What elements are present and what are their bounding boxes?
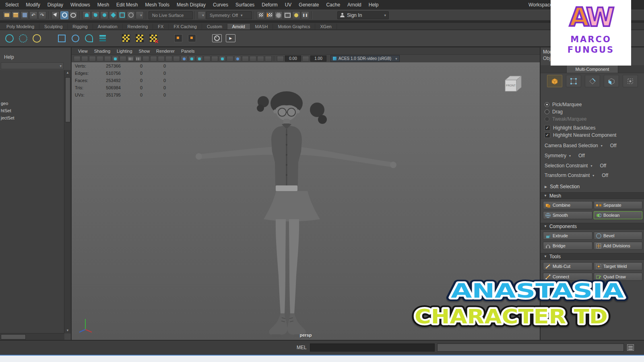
shelf-tab-mash[interactable]: MASH — [250, 24, 273, 29]
soft-selection-expander[interactable]: ▶ Soft Selection — [545, 183, 580, 190]
render-settings-icon[interactable] — [275, 11, 283, 19]
redo-icon[interactable]: ↷ — [38, 11, 46, 19]
shaded-mode-icon[interactable] — [188, 56, 195, 62]
scrollbar-thumb[interactable] — [1, 334, 26, 339]
arnold-area-light-icon[interactable] — [17, 32, 29, 44]
menu-uv[interactable]: UV — [281, 0, 295, 10]
symmetry-dropdown[interactable]: Symmetry: Off▾ — [206, 11, 252, 19]
snap-point-icon[interactable] — [100, 11, 108, 19]
arnold-skydome-light-icon[interactable] — [3, 32, 15, 44]
radio-pick-marquee[interactable]: Pick/Marquee — [545, 101, 582, 108]
no-live-surface-field[interactable]: No Live Surface — [149, 11, 193, 19]
menu-display[interactable]: Display — [44, 0, 67, 10]
film-gate-icon[interactable] — [135, 56, 142, 62]
shelf-tab-motion-graphics[interactable]: Motion Graphics — [273, 24, 315, 29]
menu-generate[interactable]: Generate — [295, 0, 322, 10]
shelf-tab-custom[interactable]: Custom — [202, 24, 227, 29]
exposure-toggle-icon[interactable] — [277, 56, 284, 62]
smooth-button[interactable]: Smooth — [543, 211, 592, 219]
arnold-render-view-icon[interactable] — [211, 32, 223, 44]
screen-space-ao-icon[interactable] — [219, 56, 226, 62]
symmetry-dropdown-row[interactable]: Symmetry ▾ Off — [545, 152, 585, 159]
outliner-item-objectset[interactable]: jectSet — [0, 114, 64, 121]
arnold-sequence-render-icon[interactable]: ▶ — [225, 32, 237, 44]
motion-blur-icon[interactable] — [227, 56, 233, 62]
arnold-stop-render-icon[interactable] — [147, 32, 159, 44]
menu-modify[interactable]: Modify — [22, 0, 43, 10]
pause-viewport-icon[interactable]: ❚❚ — [301, 11, 309, 19]
arnold-aov-browser-icon[interactable] — [97, 32, 109, 44]
menu-edit-mesh[interactable]: Edit Mesh — [113, 0, 141, 10]
use-all-lights-icon[interactable] — [204, 56, 211, 62]
gate-mask-icon[interactable] — [150, 56, 157, 62]
shelf-tab-poly-modeling[interactable]: Poly Modeling — [2, 24, 39, 29]
arnold-volume-icon[interactable] — [69, 32, 81, 44]
shadows-icon[interactable] — [211, 56, 218, 62]
object-mode-icon[interactable] — [547, 75, 562, 87]
sign-in-dropdown[interactable]: Sign In ▾ — [337, 11, 389, 19]
resolution-gate-icon[interactable] — [142, 56, 149, 62]
symmetry-options-icon[interactable]: ▾ — [198, 11, 206, 19]
menu-cache[interactable]: Cache — [322, 0, 344, 10]
selection-constraint-dropdown[interactable]: Selection Constraint ▾ Off — [545, 162, 606, 169]
arnold-standin-icon[interactable] — [56, 32, 68, 44]
mel-label[interactable]: MEL — [297, 345, 307, 350]
outliner-horizontal-scrollbar[interactable] — [0, 333, 64, 340]
section-header-mesh[interactable]: ▼ Mesh — [541, 192, 644, 199]
menu-mesh-tools[interactable]: Mesh Tools — [141, 0, 173, 10]
bridge-button[interactable]: Bridge — [543, 242, 592, 250]
panel-menu-renderer[interactable]: Renderer — [153, 49, 178, 53]
undo-icon[interactable]: ↶ — [29, 11, 37, 19]
scrollbar-thumb[interactable] — [65, 77, 70, 122]
safe-title-icon[interactable] — [173, 56, 180, 62]
menu-mesh-display[interactable]: Mesh Display — [173, 0, 209, 10]
script-editor-icon[interactable] — [627, 344, 634, 351]
tab-multi-component[interactable]: Multi-Component — [566, 65, 619, 73]
render-icon[interactable] — [257, 11, 265, 19]
shelf-tab-animation[interactable]: Animation — [93, 24, 123, 29]
menu-windows[interactable]: Windows — [67, 0, 94, 10]
ipr-render-icon[interactable] — [266, 11, 274, 19]
outliner-vertical-scrollbar[interactable]: ▲ ▼ — [64, 70, 71, 333]
isolate-select-icon[interactable] — [250, 56, 256, 62]
arnold-shader-icon[interactable] — [186, 32, 198, 44]
panel-menu-view[interactable]: View — [75, 49, 91, 53]
lasso-tool-icon[interactable] — [69, 11, 77, 19]
menu-arnold[interactable]: Arnold — [344, 0, 365, 10]
menu-curves[interactable]: Curves — [209, 0, 232, 10]
shelf-tab-fx-caching[interactable]: FX Caching — [169, 24, 202, 29]
xray-icon[interactable] — [257, 56, 264, 62]
mel-command-input[interactable] — [310, 343, 435, 352]
textured-mode-icon[interactable] — [196, 56, 203, 62]
color-space-dropdown[interactable]: ACES 1.0 SDR-video (sRGB) ▾ — [330, 55, 400, 62]
panel-menu-show[interactable]: Show — [136, 49, 153, 53]
gamma-field[interactable]: 1.00 — [310, 56, 326, 62]
extrude-button[interactable]: Extrude — [543, 232, 592, 240]
menu-mesh[interactable]: Mesh — [94, 0, 113, 10]
select-tool-icon[interactable] — [52, 11, 60, 19]
checkbox-highlight-backfaces[interactable]: ✓ Highlight Backfaces — [545, 125, 595, 131]
outliner-item-lightset[interactable]: htSet — [0, 107, 64, 114]
menu-surfaces[interactable]: Surfaces — [232, 0, 258, 10]
gamma-toggle-icon[interactable] — [302, 56, 309, 62]
field-chart-icon[interactable] — [158, 56, 165, 62]
file-open-icon[interactable] — [12, 11, 20, 19]
outliner-item-geo[interactable]: geo — [0, 100, 64, 107]
snap-curve-icon[interactable] — [91, 11, 99, 19]
oversize-canvas-icon[interactable] — [120, 56, 126, 62]
arnold-mesh-light-icon[interactable] — [31, 32, 43, 44]
command-feedback-field[interactable] — [437, 343, 624, 352]
arnold-render-icon[interactable] — [120, 32, 132, 44]
xray-joints-icon[interactable] — [265, 56, 272, 62]
camera-based-selection-dropdown[interactable]: Camera Based Selection ▾ Off — [545, 142, 617, 149]
select-camera-icon[interactable] — [74, 56, 80, 62]
snap-grid-icon[interactable] — [83, 11, 91, 19]
section-header-components[interactable]: ▼ Components — [541, 223, 644, 230]
arnold-ipr-icon[interactable] — [134, 32, 146, 44]
panel-menu-shading[interactable]: Shading — [91, 49, 114, 53]
file-save-icon[interactable] — [21, 11, 29, 19]
outliner-filter-dropdown[interactable]: ▾ — [1, 62, 64, 69]
make-live-icon[interactable] — [127, 11, 135, 19]
lock-camera-icon[interactable] — [81, 56, 88, 62]
radio-drag[interactable]: Drag — [545, 109, 563, 115]
